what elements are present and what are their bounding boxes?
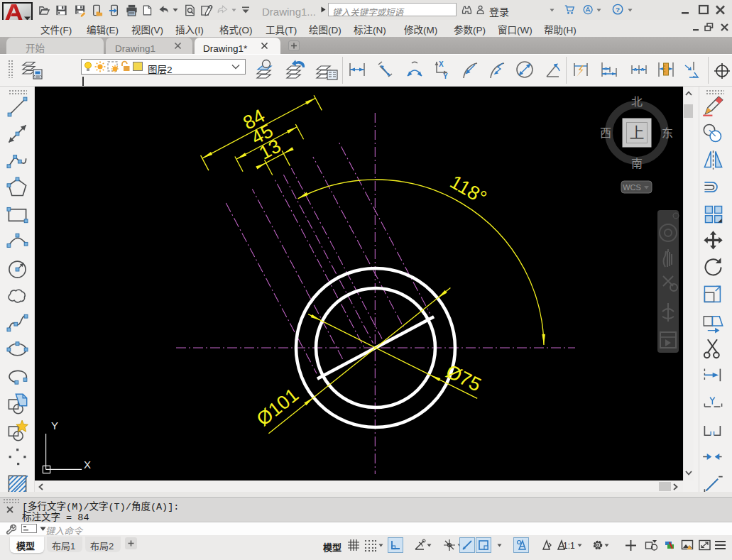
svg-text:南: 南 [631, 154, 643, 171]
svg-text:上: 上 [630, 121, 645, 142]
svg-text:西: 西 [600, 123, 611, 141]
svg-text:Y: Y [443, 72, 448, 79]
svg-text:?: ? [616, 6, 620, 13]
svg-text:北: 北 [631, 92, 643, 109]
svg-text:WCS: WCS [623, 183, 641, 192]
svg-text:东: 东 [662, 123, 673, 141]
svg-text:X: X [439, 60, 444, 68]
svg-text:Y: Y [51, 419, 58, 432]
svg-text:X: X [84, 459, 91, 471]
